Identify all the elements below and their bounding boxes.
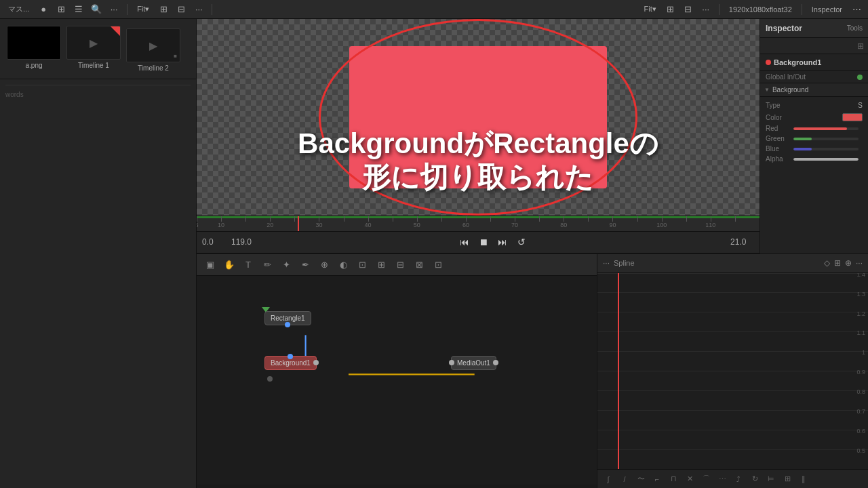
spline-tool-fit2[interactable]: ‖ — [797, 472, 810, 486]
spline-label-0: 1.4 — [856, 273, 865, 278]
view-opt-icon[interactable]: ⊟ — [175, 3, 187, 16]
node-background1[interactable]: Background1 — [264, 356, 317, 370]
node-mediaout1-label: MediaOut1 — [457, 359, 490, 367]
node-rectangle1[interactable]: Rectangle1 — [264, 311, 311, 325]
loop-button[interactable]: ↺ — [514, 235, 529, 249]
tool-paint[interactable]: ✒ — [297, 256, 313, 272]
media-thumb-timeline1: ▶ — [66, 26, 121, 60]
ruler-tick — [368, 216, 369, 222]
spline-more-btn[interactable]: ··· — [856, 258, 863, 268]
spline-icon2[interactable]: ⊞ — [834, 258, 841, 268]
color-swatch[interactable] — [842, 113, 863, 121]
inspector-label[interactable]: Inspector — [809, 4, 845, 15]
spline-tool-pingpong[interactable]: ⊨ — [764, 472, 778, 486]
spline-label-8: 0.6 — [856, 428, 865, 434]
top-toolbar: マス... ● ⊞ ☰ 🔍 ··· Fit▾ ⊞ ⊟ ··· Fit▾ ⊞ ⊟ … — [0, 0, 868, 19]
skip-fwd-button[interactable]: ⏭ — [495, 235, 510, 249]
media-item-timeline1[interactable]: ▶ Timeline 1 — [66, 26, 121, 72]
spline-label-3: 1.1 — [856, 329, 865, 336]
inspector-grid-icon[interactable]: ⊞ — [857, 41, 864, 51]
sep1 — [127, 4, 127, 15]
ruler-tick — [564, 216, 564, 222]
spline-label-4: 1 — [862, 349, 865, 356]
sep2 — [212, 4, 212, 15]
media-label-timeline2: Timeline 2 — [138, 64, 169, 72]
mediaout1-connector-left — [449, 360, 454, 365]
tool-track[interactable]: ⊡ — [354, 256, 370, 272]
inspector-node-name: Background1 — [760, 54, 868, 71]
skip-back-button[interactable]: ⏮ — [457, 235, 472, 249]
preview-more-icon[interactable]: ··· — [700, 3, 712, 16]
ruler-tick — [539, 216, 540, 222]
app-menu[interactable]: マス... — [5, 3, 32, 16]
global-in-out-dot — [857, 75, 863, 80]
tool-text[interactable]: T — [240, 256, 256, 272]
tool-brush[interactable]: ⊕ — [316, 256, 332, 272]
preview-opt-icon[interactable]: ⊟ — [682, 3, 694, 16]
spline-tool-curve[interactable]: ∫ — [601, 472, 615, 486]
spline-area: ··· Spline ◇ ⊞ ⊕ ··· 1.41.31.21.110.90.8… — [597, 254, 868, 489]
timeline2-icon: ▶ — [149, 39, 157, 52]
tool-depth[interactable]: ⊟ — [392, 256, 408, 272]
tool-3d[interactable]: ⊡ — [430, 256, 446, 272]
spline-hline — [597, 351, 868, 352]
tool-matte[interactable]: ⊞ — [373, 256, 389, 272]
channel-bar-fill-green — [793, 138, 812, 140]
tool-pan[interactable]: ✋ — [221, 256, 237, 272]
spline-tool-delete[interactable]: ⊓ — [667, 472, 680, 486]
ruler-tick — [319, 216, 319, 222]
media-item-apng[interactable]: a.png — [7, 26, 61, 72]
node-rectangle1-label: Rectangle1 — [271, 314, 305, 322]
ruler-canvas: 5102030405060708090100110 — [197, 216, 760, 231]
fit-button-left[interactable]: Fit▾ — [134, 3, 152, 15]
channel-bar-bg-blue — [793, 148, 859, 150]
spline-hline — [597, 430, 868, 430]
bottom-row: ▣ ✋ T ✏ ✦ ✒ ⊕ ◐ ⊡ ⊞ ⊟ ⊠ ⊡ — [197, 254, 868, 489]
ruler-label: 70 — [511, 222, 518, 228]
spline-tool-line[interactable]: / — [618, 472, 631, 486]
preview-view-icon[interactable]: ⊞ — [665, 3, 677, 16]
inspector-global-in-out: Global In/Out — [760, 71, 868, 83]
spline-icon3[interactable]: ⊕ — [845, 258, 852, 268]
inspector-icon[interactable]: ⋯ — [850, 3, 863, 16]
spline-tool-fit[interactable]: ⊞ — [781, 472, 794, 486]
tool-shape[interactable]: ✦ — [278, 256, 294, 272]
color-row: Color — [760, 111, 868, 123]
channel-bar-fill-blue — [793, 148, 812, 150]
tool-flow[interactable]: ⊠ — [411, 256, 427, 272]
ruler-label: 100 — [656, 222, 667, 228]
global-in-out-label: Global In/Out — [766, 73, 806, 81]
media-icon[interactable]: ● — [37, 3, 50, 16]
view-icon[interactable]: ⊞ — [157, 3, 170, 16]
spline-label-7: 0.7 — [856, 408, 865, 415]
spline-tool-ease[interactable]: ⋯ — [715, 472, 729, 486]
tool-color[interactable]: ◐ — [335, 256, 351, 272]
ruler-label: 30 — [315, 222, 322, 228]
ruler-tick — [270, 216, 271, 222]
search-icon[interactable]: 🔍 — [90, 3, 102, 16]
media-item-timeline2[interactable]: ▶ ■ Timeline 2 — [126, 28, 180, 72]
tool-select[interactable]: ▣ — [202, 256, 218, 272]
spline-tool-smooth[interactable]: 〜 — [634, 472, 648, 486]
ruler-tick — [344, 216, 344, 222]
rect1-connector-bottom — [285, 322, 290, 327]
ruler-tick — [294, 216, 295, 222]
more-icon-2[interactable]: ··· — [193, 3, 205, 16]
inspector-tools-label[interactable]: Tools — [847, 24, 863, 32]
more-icon[interactable]: ··· — [108, 3, 120, 16]
list-icon[interactable]: ☰ — [73, 3, 85, 16]
spline-tool-ease2[interactable]: ⤴ — [732, 472, 745, 486]
stop-button[interactable]: ⏹ — [476, 235, 491, 249]
grid-icon[interactable]: ⊞ — [55, 3, 67, 16]
spline-tool-tangent[interactable]: ⌒ — [699, 472, 713, 486]
node-mediaout1[interactable]: MediaOut1 — [451, 356, 496, 370]
spline-icon1[interactable]: ◇ — [824, 258, 830, 268]
inspector-background-section[interactable]: ▼ Background — [760, 83, 868, 97]
spline-tool-corner[interactable]: ⌐ — [650, 472, 664, 486]
fit-button-right[interactable]: Fit▾ — [642, 3, 659, 15]
spline-tool-connect[interactable]: ✕ — [683, 472, 696, 486]
channel-row-green: Green — [760, 134, 868, 144]
tool-pen[interactable]: ✏ — [259, 256, 275, 272]
spline-tool-loop[interactable]: ↻ — [748, 472, 762, 486]
spline-more-icon[interactable]: ··· — [603, 258, 610, 268]
